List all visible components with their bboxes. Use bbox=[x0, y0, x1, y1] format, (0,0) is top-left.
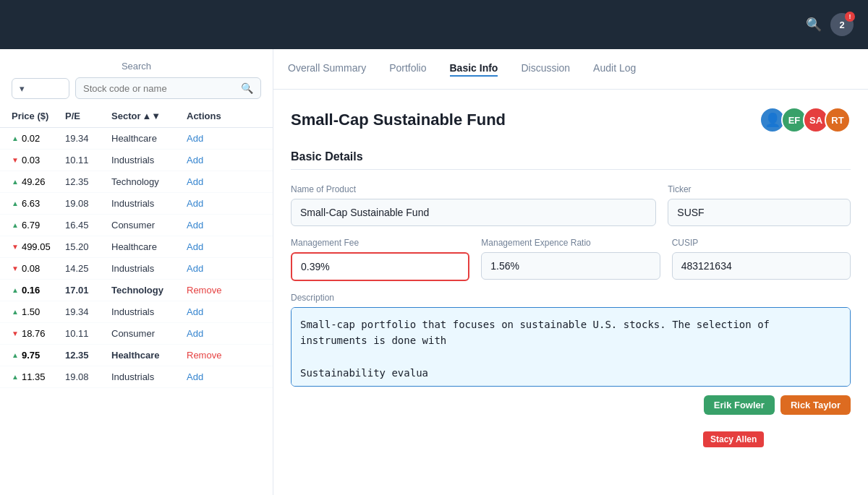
action-cell[interactable]: Add bbox=[187, 176, 237, 187]
action-cell[interactable]: Add bbox=[187, 220, 237, 231]
tab-portfolio[interactable]: Portfolio bbox=[389, 62, 426, 77]
notification-dot: ! bbox=[845, 12, 855, 22]
search-input[interactable] bbox=[83, 83, 241, 94]
tab-overall-summary[interactable]: Overall Summary bbox=[288, 62, 366, 77]
trend-up-icon: ▲ bbox=[12, 178, 19, 186]
add-button[interactable]: Add bbox=[187, 371, 203, 382]
action-cell[interactable]: Add bbox=[187, 306, 237, 317]
trend-down-icon: ▼ bbox=[12, 264, 19, 272]
action-cell[interactable]: Add bbox=[187, 328, 237, 339]
erik-fowler-badge[interactable]: Erik Fowler bbox=[704, 395, 775, 415]
search-input-wrapper: 🔍 bbox=[75, 77, 261, 99]
add-button[interactable]: Add bbox=[187, 328, 203, 339]
rick-taylor-badge[interactable]: Rick Taylor bbox=[780, 395, 851, 415]
sector-cell: Industrials bbox=[111, 198, 184, 209]
add-button[interactable]: Add bbox=[187, 198, 203, 209]
table-header: Price ($) P/E Sector ▲▼ Actions bbox=[0, 105, 273, 128]
add-button[interactable]: Add bbox=[187, 176, 203, 187]
ticker-group: Ticker bbox=[668, 184, 851, 226]
right-panel: Overall SummaryPortfolioBasic InfoDiscus… bbox=[273, 49, 868, 495]
sector-cell: Healthcare bbox=[111, 241, 184, 252]
tab-discussion[interactable]: Discussion bbox=[521, 62, 570, 77]
tab-basic-info[interactable]: Basic Info bbox=[450, 62, 498, 77]
price-value: 499.05 bbox=[22, 241, 51, 252]
action-cell[interactable]: Add bbox=[187, 133, 237, 144]
remove-button[interactable]: Remove bbox=[187, 350, 221, 361]
trend-down-icon: ▼ bbox=[12, 156, 19, 164]
add-button[interactable]: Add bbox=[187, 263, 203, 274]
tab-audit-log[interactable]: Audit Log bbox=[593, 62, 636, 77]
add-button[interactable]: Add bbox=[187, 133, 203, 144]
notification-count: 2 bbox=[839, 20, 844, 30]
action-cell[interactable]: Add bbox=[187, 198, 237, 209]
trend-down-icon: ▼ bbox=[12, 243, 19, 251]
search-area: Search ▾ 🔍 bbox=[0, 49, 273, 105]
price-cell: ▼ 18.76 bbox=[12, 328, 62, 339]
mer-input[interactable] bbox=[481, 252, 660, 280]
table-row: ▼ 18.76 10.11 Consumer Add bbox=[0, 323, 273, 345]
table-row: ▲ 49.26 12.35 Technology Add bbox=[0, 171, 273, 193]
add-button[interactable]: Add bbox=[187, 220, 203, 231]
price-cell: ▲ 11.35 bbox=[12, 371, 62, 382]
table-row: ▲ 0.16 17.01 Technology Remove bbox=[0, 280, 273, 301]
pe-cell: 19.34 bbox=[65, 306, 109, 317]
search-magnifier-icon: 🔍 bbox=[241, 82, 253, 94]
col-actions: Actions bbox=[187, 111, 237, 121]
price-value: 49.26 bbox=[22, 176, 46, 187]
sort-icon[interactable]: ▲▼ bbox=[142, 111, 161, 121]
price-cell: ▲ 1.50 bbox=[12, 306, 62, 317]
add-button[interactable]: Add bbox=[187, 306, 203, 317]
col-pe: P/E bbox=[65, 111, 109, 121]
action-cell[interactable]: Remove bbox=[187, 350, 237, 361]
top-bar: 🔍 2 ! bbox=[0, 0, 868, 49]
name-input[interactable] bbox=[291, 199, 656, 226]
pe-cell: 12.35 bbox=[65, 176, 109, 187]
action-cell[interactable]: Add bbox=[187, 155, 237, 165]
action-cell[interactable]: Add bbox=[187, 263, 237, 274]
search-icon[interactable]: 🔍 bbox=[806, 17, 822, 33]
main-layout: Search ▾ 🔍 Price ($) P/E Sector ▲▼ Actio… bbox=[0, 49, 868, 495]
table-body: ▲ 0.02 19.34 Healthcare Add ▼ 0.03 10.11… bbox=[0, 128, 273, 495]
col-sector: Sector ▲▼ bbox=[111, 111, 184, 121]
price-cell: ▲ 0.02 bbox=[12, 133, 62, 144]
pe-cell: 17.01 bbox=[65, 285, 109, 296]
mgmt-fee-input[interactable] bbox=[291, 252, 469, 281]
cusip-group: CUSIP bbox=[672, 238, 851, 281]
bottom-badges: Erik Fowler Rick Taylor bbox=[291, 395, 851, 415]
trend-up-icon: ▲ bbox=[12, 373, 19, 381]
description-textarea[interactable]: Small-cap portfolio that focuses on sust… bbox=[291, 307, 851, 387]
cusip-input[interactable] bbox=[672, 252, 851, 280]
action-cell[interactable]: Add bbox=[187, 241, 237, 252]
add-button[interactable]: Add bbox=[187, 241, 203, 252]
ticker-label: Ticker bbox=[668, 184, 851, 194]
fee-row: Management Fee Management Expence Ratio … bbox=[291, 238, 851, 281]
section-title: Basic Details bbox=[291, 150, 851, 170]
price-cell: ▲ 9.75 bbox=[12, 350, 62, 361]
table-row: ▲ 0.02 19.34 Healthcare Add bbox=[0, 128, 273, 150]
add-button[interactable]: Add bbox=[187, 155, 203, 165]
avatar-group: 👤 EF SA RT bbox=[760, 107, 851, 133]
sector-cell: Consumer bbox=[111, 220, 184, 231]
table-row: ▼ 499.05 15.20 Healthcare Add bbox=[0, 236, 273, 258]
remove-button[interactable]: Remove bbox=[187, 285, 221, 296]
price-value: 6.79 bbox=[22, 220, 40, 231]
pe-cell: 16.45 bbox=[65, 220, 109, 231]
ticker-input[interactable] bbox=[668, 199, 851, 226]
trend-up-icon: ▲ bbox=[12, 134, 19, 142]
table-row: ▼ 0.08 14.25 Industrials Add bbox=[0, 258, 273, 280]
notification-badge[interactable]: 2 ! bbox=[830, 13, 854, 36]
tabs: Overall SummaryPortfolioBasic InfoDiscus… bbox=[273, 49, 868, 90]
price-value: 0.08 bbox=[22, 263, 40, 274]
description-group: Description Small-cap portfolio that foc… bbox=[291, 293, 851, 387]
action-cell[interactable]: Add bbox=[187, 371, 237, 382]
price-cell: ▲ 49.26 bbox=[12, 176, 62, 187]
price-value: 0.02 bbox=[22, 133, 40, 144]
action-cell[interactable]: Remove bbox=[187, 285, 237, 296]
sidebar: Search ▾ 🔍 Price ($) P/E Sector ▲▼ Actio… bbox=[0, 49, 273, 495]
pe-cell: 19.08 bbox=[65, 198, 109, 209]
avatar-rt[interactable]: RT bbox=[825, 107, 851, 133]
sector-cell: Industrials bbox=[111, 306, 184, 317]
search-dropdown[interactable]: ▾ bbox=[12, 78, 69, 99]
table-row: ▲ 9.75 12.35 Healthcare Remove bbox=[0, 345, 273, 366]
fund-title: Small-Cap Sustainable Fund bbox=[291, 111, 506, 129]
